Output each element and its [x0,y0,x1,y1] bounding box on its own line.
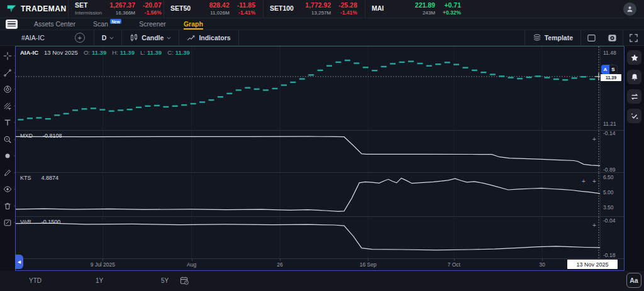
calendar-range-button[interactable] [180,276,189,288]
brush-tool[interactable]: › [0,148,15,165]
zoom-tool[interactable]: › [0,131,15,148]
time-axis-label: 9 Jul 2025 [91,261,115,268]
index-change-col: -20.07-1.56% [143,2,162,16]
notes-tool[interactable]: › [0,214,15,231]
add-alert-plus-icon[interactable]: + [592,178,596,185]
text-tool[interactable]: › [0,114,15,131]
nav-item-screener[interactable]: Screener [139,18,166,30]
indicator-name: MXD [20,133,33,139]
star-button[interactable] [627,50,641,65]
toolbar-separator [238,30,239,45]
text-icon [3,118,12,127]
index-value-col: 221.89243M [415,2,435,16]
main-area: ››››››››››› AIA-IC13 Nov 2025O:11.39H:11… [0,46,644,271]
indicator-title-mxd: MXD-0.8108 [20,133,62,139]
index-value: 828.42 [209,2,230,9]
nav-item-graph[interactable]: Graph [184,18,203,30]
axis-label-kts: 3.50 [603,204,614,211]
add-alert-plus-icon[interactable]: + [592,222,596,229]
time-axis-tick [280,259,280,261]
trash-tool[interactable]: › [0,198,15,215]
swap-icon [630,92,639,101]
pattern-tool[interactable]: › [0,98,15,115]
range-button-ytd[interactable]: YTD [29,277,42,284]
index-change: -11.85 [237,2,255,9]
index-change-col: -11.85-1.41% [237,2,255,16]
eye-icon [3,185,12,194]
layers-icon [533,33,541,42]
axis-label-var: -0.18 [603,252,615,258]
notes-icon [3,218,12,227]
time-axis-tick [192,259,192,261]
crosshair-icon [3,52,12,60]
panel-price[interactable]: AIA-IC13 Nov 2025O:11.39H:11.39L:11.39C:… [16,47,624,130]
time-axis-label: 16 Sep [360,261,377,268]
chart-widget[interactable]: AIA-IC13 Nov 2025O:11.39H:11.39L:11.39C:… [15,46,625,271]
camera-icon [608,33,617,43]
index-value-col: 828.4211,026M [209,2,230,16]
add-alert-plus-icon[interactable]: + [592,136,596,143]
trend-line-tool[interactable]: › [0,65,15,82]
crosshair-tool[interactable]: › [0,48,15,65]
indicator-name: VAR [20,219,31,225]
ticker-bar: TRADEMAN SETIntermission1,267.3716,366M-… [0,0,644,18]
panel-var[interactable]: VAR-0.1500+-0.04-0.18 [16,216,624,258]
check-icon [630,112,639,121]
logo-text: TRADEMAN [21,4,67,13]
index-name-col: SET50 [170,5,202,13]
index-ticker-set100[interactable]: SET1001,772.9213,257M-25.28-1.41% [263,0,365,18]
bottom-bar: Aa YTD1Y5Y [0,271,644,291]
index-change-col: +0.71+0.32% [443,2,461,16]
person-icon [626,5,634,13]
fibonacci-icon [3,85,12,94]
quick-trade-buttons: AS [601,65,618,74]
range-button-5y[interactable]: 5Y [161,277,169,284]
font-size-button[interactable]: Aa [626,273,641,288]
buy-button[interactable]: A [601,65,609,74]
swap-button[interactable] [627,89,641,104]
symbol-label[interactable]: #AIA-IC [0,34,53,41]
logo-icon [6,4,17,14]
user-avatar[interactable] [623,3,636,16]
menu-button[interactable] [6,19,18,29]
nav-item-scan[interactable]: ScanNew [93,18,121,30]
legend-date: 13 Nov 2025 [44,49,78,56]
layout-button[interactable] [581,30,602,45]
legend-ohlc-value: 11.39 [120,49,135,56]
snapshot-button[interactable] [602,30,623,45]
check-button[interactable] [627,109,641,123]
chart-panels: AIA-IC13 Nov 2025O:11.39H:11.39L:11.39C:… [16,47,624,270]
range-button-1y[interactable]: 1Y [96,277,103,284]
fibonacci-tool[interactable]: › [0,81,15,98]
index-ticker-strip: SETIntermission1,267.3716,366M-20.07-1.5… [68,0,469,18]
time-axis-label: Aug [187,261,196,268]
add-symbol-button[interactable]: + [75,33,85,43]
add-alert-plus-icon[interactable]: + [582,178,586,185]
index-ticker-set[interactable]: SETIntermission1,267.3716,366M-20.07-1.5… [68,0,164,18]
axis-label-price: 11.48 [603,50,616,56]
chart-type-dropdown[interactable]: Candle [122,30,179,45]
bell-button[interactable] [627,70,641,84]
index-ticker-mai[interactable]: MAI221.89243M+0.71+0.32% [365,0,469,18]
axis-label-var: -0.04 [603,217,615,224]
fullscreen-button[interactable] [623,30,644,45]
nav-item-label: Screener [139,20,166,28]
panel-mxd[interactable]: MXD-0.8108+-0.14-0.89 [16,130,624,172]
eye-tool[interactable]: › [0,181,15,198]
index-change-pct: +0.32% [443,9,461,16]
marker-icon [3,168,12,177]
index-name: MAI [372,5,408,12]
panel-kts[interactable]: KTS4.8874++6.505.003.50 [16,172,624,216]
time-axis[interactable]: 9 Jul 2025Aug2616 Sep7 Oct3013 Nov 2025 [16,258,624,270]
index-ticker-set50[interactable]: SET50828.4211,026M-11.85-1.41% [164,0,263,18]
nav-item-assets-center[interactable]: Assets Center [34,18,75,30]
template-button[interactable]: Template [525,30,580,45]
axis-label-kts: 5.00 [603,189,614,195]
collapse-pane-button[interactable]: ◀ [15,255,23,269]
indicator-name: KTS [20,175,31,181]
chart-legend: AIA-IC13 Nov 2025O:11.39H:11.39L:11.39C:… [20,49,190,56]
sell-button[interactable]: S [609,65,618,74]
interval-dropdown[interactable]: D [94,30,122,45]
marker-tool[interactable]: › [0,165,15,182]
indicators-button[interactable]: Indicators [179,30,238,45]
